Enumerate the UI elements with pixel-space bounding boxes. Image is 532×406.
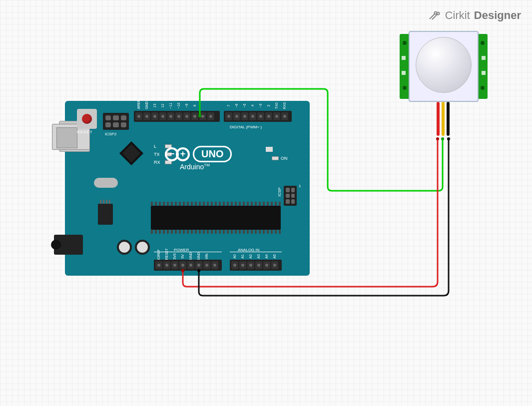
icsp2-label: ICSP2 xyxy=(105,132,116,136)
digital-labels-right: 7 ~6 ~5 4 ~3 2 TX0 RX0 xyxy=(225,104,288,107)
pin-ioref xyxy=(155,261,162,269)
power-header[interactable] xyxy=(154,260,222,271)
brand-icon xyxy=(428,9,441,22)
pin-a0 xyxy=(231,261,238,269)
pin-vin xyxy=(203,261,210,269)
pin-gnd2 xyxy=(195,261,202,269)
reset-label: RESET xyxy=(77,130,93,134)
on-led: ON xyxy=(272,156,288,161)
arduino-brand-text: ArduinoTM xyxy=(180,163,210,171)
pin-d4 xyxy=(249,112,256,120)
digital-header-right[interactable] xyxy=(224,111,292,122)
pin-a2 xyxy=(247,261,254,269)
brand-name: Cirkit xyxy=(445,9,470,22)
pin-3v3 xyxy=(171,261,178,269)
pin-aref xyxy=(135,112,142,120)
pir-pin-gnd[interactable] xyxy=(447,102,450,136)
crystal-oscillator xyxy=(94,178,118,188)
brand-watermark: Cirkit Designer xyxy=(428,9,521,22)
icsp-label: ICSP xyxy=(277,187,282,197)
pin-d2 xyxy=(265,112,272,120)
pir-dome-lens xyxy=(416,37,472,93)
digital-header-left[interactable] xyxy=(134,111,220,122)
capacitors xyxy=(117,240,150,255)
pir-sensor[interactable] xyxy=(400,31,488,104)
pin-d7 xyxy=(225,112,232,120)
arduino-uno-board[interactable]: RESET ICSP2 L TX RX −+ UNO ArduinoTM ON … xyxy=(65,101,310,276)
pin-d10 xyxy=(175,112,182,120)
smd-component xyxy=(266,147,273,152)
pin-reset xyxy=(163,261,170,269)
analog-header[interactable] xyxy=(230,260,282,271)
digital-section-label: DIGITAL (PWM= ) xyxy=(230,125,262,129)
pin-d12 xyxy=(159,112,166,120)
pin-d9 xyxy=(183,112,190,120)
arduino-logo: −+ UNO xyxy=(165,146,232,162)
icsp-header xyxy=(284,186,297,206)
pir-pin-out[interactable] xyxy=(442,102,445,136)
pin-a1 xyxy=(239,261,246,269)
digital-labels-left: AREF GND 13 12 ~11 ~10 ~9 8 xyxy=(135,104,198,107)
pin-a3 xyxy=(255,261,262,269)
analog-section-label: ANALOG IN xyxy=(238,248,260,252)
icsp2-header xyxy=(103,113,129,130)
analog-labels: A0 A1 A2 A3 A4 A5 xyxy=(231,255,278,258)
pin-d6 xyxy=(233,112,240,120)
pin-d11 xyxy=(167,112,174,120)
pin-d3 xyxy=(257,112,264,120)
reset-button[interactable] xyxy=(77,109,97,129)
pin-a5 xyxy=(271,261,278,269)
pir-pin-vcc[interactable] xyxy=(437,102,440,136)
pin-rx0 xyxy=(281,112,288,120)
pin-d13 xyxy=(151,112,158,120)
pin-d5 xyxy=(241,112,248,120)
pin-tx0 xyxy=(273,112,280,120)
pin-gnd1 xyxy=(187,261,194,269)
voltage-regulator xyxy=(98,204,113,225)
atmega328p-chip xyxy=(151,206,281,230)
svg-point-1 xyxy=(437,12,439,15)
icsp-pin1-label: 1 xyxy=(299,184,301,188)
pin-a4 xyxy=(263,261,270,269)
pin-d8 xyxy=(191,112,198,120)
pin-5v xyxy=(179,261,186,269)
power-section-label: POWER xyxy=(174,248,189,252)
pir-pin-leads xyxy=(437,102,450,136)
pin-gnd-top xyxy=(143,112,150,120)
brand-suffix: Designer xyxy=(474,9,521,22)
power-labels: IOREF RESET 3V3 5V GND GND VIN xyxy=(155,255,210,258)
dc-power-jack xyxy=(54,235,83,255)
